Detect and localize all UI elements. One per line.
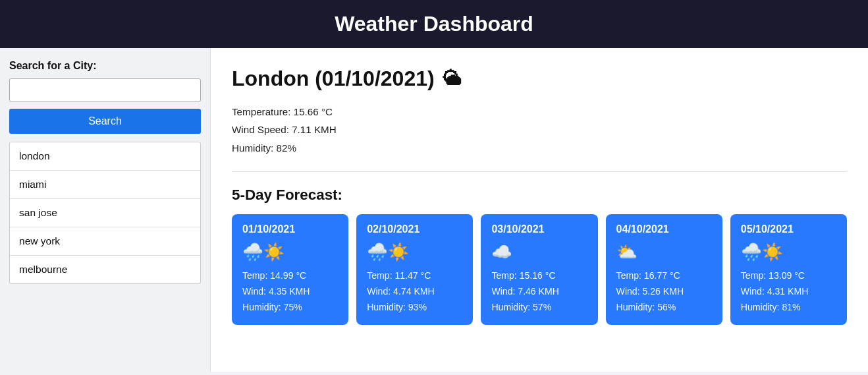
forecast-humidity: Humidity: 57% [491, 300, 587, 316]
list-item[interactable]: san jose [10, 199, 200, 227]
forecast-wind: Wind: 4.35 KMH [242, 284, 338, 300]
current-weather: Temperature: 15.66 °C Wind Speed: 7.11 K… [232, 103, 847, 172]
temperature-text: Temperature: 15.66 °C [232, 103, 847, 121]
forecast-cards: 01/10/2021 🌧️☀️ Temp: 14.99 °C Wind: 4.3… [232, 214, 847, 325]
forecast-temp: Temp: 11.47 °C [367, 268, 462, 284]
forecast-card: 04/10/2021 ⛅ Temp: 16.77 °C Wind: 5.26 K… [606, 214, 722, 325]
forecast-humidity: Humidity: 56% [616, 300, 712, 316]
forecast-date: 02/10/2021 [367, 223, 462, 235]
forecast-date: 01/10/2021 [242, 223, 338, 235]
forecast-wind: Wind: 7.46 KMH [491, 284, 587, 300]
search-label: Search for a City: [9, 60, 201, 72]
humidity-text: Humidity: 82% [232, 139, 847, 157]
main-content: London (01/10/2021) 🌥 Temperature: 15.66… [211, 48, 868, 372]
forecast-card: 02/10/2021 🌧️☀️ Temp: 11.47 °C Wind: 4.7… [356, 214, 473, 325]
forecast-card: 05/10/2021 🌧️☀️ Temp: 13.09 °C Wind: 4.3… [730, 214, 847, 325]
forecast-temp: Temp: 16.77 °C [616, 268, 712, 284]
forecast-info: Temp: 11.47 °C Wind: 4.74 KMH Humidity: … [367, 268, 462, 316]
forecast-temp: Temp: 15.16 °C [491, 268, 587, 284]
forecast-icon: 🌧️☀️ [242, 242, 338, 262]
forecast-info: Temp: 14.99 °C Wind: 4.35 KMH Humidity: … [242, 268, 338, 316]
forecast-title: 5-Day Forecast: [232, 187, 847, 204]
search-button[interactable]: Search [9, 109, 201, 134]
forecast-icon: 🌧️☀️ [367, 242, 462, 262]
search-input[interactable] [9, 78, 201, 102]
list-item[interactable]: melbourne [10, 256, 200, 283]
list-item[interactable]: miami [10, 171, 200, 199]
forecast-date: 03/10/2021 [491, 223, 587, 235]
city-list: londonmiamisan josenew yorkmelbourne [9, 142, 201, 284]
forecast-info: Temp: 13.09 °C Wind: 4.31 KMH Humidity: … [741, 268, 836, 316]
forecast-icon: ⛅ [616, 242, 712, 262]
wind-text: Wind Speed: 7.11 KMH [232, 121, 847, 138]
forecast-temp: Temp: 14.99 °C [242, 268, 338, 284]
forecast-info: Temp: 16.77 °C Wind: 5.26 KMH Humidity: … [616, 268, 712, 316]
forecast-wind: Wind: 4.31 KMH [741, 284, 836, 300]
forecast-date: 04/10/2021 [616, 223, 712, 235]
forecast-icon: 🌧️☀️ [741, 242, 836, 262]
forecast-humidity: Humidity: 93% [367, 300, 462, 316]
city-title: London (01/10/2021) 🌥 [232, 67, 847, 91]
current-weather-icon: 🌥 [443, 68, 462, 90]
forecast-date: 05/10/2021 [741, 223, 836, 235]
list-item[interactable]: london [10, 142, 200, 171]
forecast-wind: Wind: 5.26 KMH [616, 284, 712, 300]
sidebar: Search for a City: Search londonmiamisan… [0, 48, 211, 372]
forecast-card: 03/10/2021 ☁️ Temp: 15.16 °C Wind: 7.46 … [481, 214, 597, 325]
app-header: Weather Dashboard [0, 0, 868, 48]
forecast-humidity: Humidity: 81% [741, 300, 836, 316]
forecast-info: Temp: 15.16 °C Wind: 7.46 KMH Humidity: … [491, 268, 587, 316]
city-title-text: London (01/10/2021) [232, 67, 435, 91]
forecast-wind: Wind: 4.74 KMH [367, 284, 462, 300]
list-item[interactable]: new york [10, 227, 200, 256]
forecast-temp: Temp: 13.09 °C [741, 268, 836, 284]
main-layout: Search for a City: Search londonmiamisan… [0, 48, 868, 372]
forecast-icon: ☁️ [491, 242, 587, 262]
forecast-card: 01/10/2021 🌧️☀️ Temp: 14.99 °C Wind: 4.3… [232, 214, 348, 325]
app-title: Weather Dashboard [335, 12, 533, 36]
forecast-humidity: Humidity: 75% [242, 300, 338, 316]
